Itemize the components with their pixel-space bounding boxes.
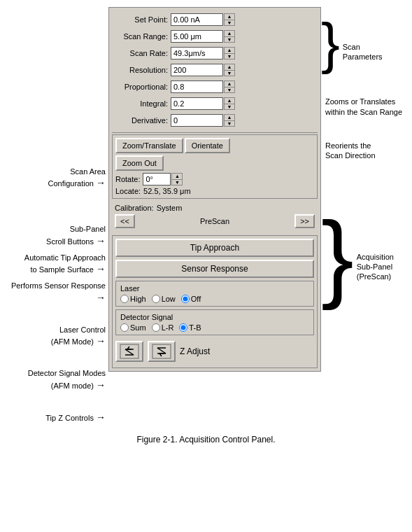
derivative-up[interactable]: ▲ bbox=[225, 115, 234, 121]
derivative-row: Derivative: ▲ ▼ bbox=[115, 113, 315, 128]
derivative-input-group: ▲ ▼ bbox=[171, 114, 235, 127]
z-up-icon bbox=[120, 344, 139, 359]
scan-rate-input[interactable] bbox=[171, 47, 223, 59]
laser-low-label: Low bbox=[162, 295, 176, 303]
integral-input-group: ▲ ▼ bbox=[171, 97, 235, 110]
detector-lr-label: L-R bbox=[162, 323, 174, 332]
divider-1 bbox=[112, 132, 318, 133]
scan-rate-spinner[interactable]: ▲ ▼ bbox=[224, 47, 235, 59]
detector-radio-row: Sum L-R T-B bbox=[120, 323, 309, 332]
sensor-response-button[interactable]: Sensor Response bbox=[115, 260, 314, 278]
rotate-label: Rotate: bbox=[115, 175, 143, 183]
detector-tb-item: T-B bbox=[179, 323, 201, 332]
scan-range-spinner[interactable]: ▲ ▼ bbox=[224, 30, 235, 43]
detector-tb-radio[interactable] bbox=[179, 323, 187, 332]
scan-rate-up[interactable]: ▲ bbox=[225, 48, 234, 54]
derivative-spinner[interactable]: ▲ ▼ bbox=[224, 114, 235, 127]
proportional-label: Proportional: bbox=[115, 83, 171, 91]
proportional-spinner[interactable]: ▲ ▼ bbox=[224, 80, 235, 93]
rotate-down[interactable]: ▼ bbox=[172, 180, 182, 186]
detector-title: Detector Signal bbox=[120, 313, 309, 321]
detector-sum-label: Sum bbox=[130, 323, 146, 332]
set-point-up[interactable]: ▲ bbox=[225, 14, 234, 20]
derivative-down[interactable]: ▼ bbox=[225, 121, 234, 127]
zoom-out-row: Zoom Out bbox=[115, 155, 314, 171]
zoom-translate-button[interactable]: Zoom/Translate bbox=[115, 138, 183, 153]
integral-down[interactable]: ▼ bbox=[225, 104, 234, 110]
detector-sum-radio[interactable] bbox=[120, 323, 129, 332]
locate-label: Locate: bbox=[115, 187, 143, 195]
scan-range-up[interactable]: ▲ bbox=[225, 31, 234, 37]
scan-params-annotation: } Scan Parameters bbox=[321, 21, 405, 66]
rotate-spinner[interactable]: ▲ ▼ bbox=[171, 173, 183, 186]
proportional-input[interactable] bbox=[171, 80, 223, 93]
scan-rate-down[interactable]: ▼ bbox=[225, 54, 234, 59]
resolution-input[interactable] bbox=[171, 64, 223, 76]
set-point-label: Set Point: bbox=[115, 15, 171, 24]
derivative-input[interactable] bbox=[171, 114, 223, 127]
laser-off-label: Off bbox=[191, 295, 201, 303]
zoom-out-button[interactable]: Zoom Out bbox=[115, 155, 164, 171]
scan-params-label: Scan Parameters bbox=[340, 21, 383, 62]
prescan-row: << PreScan >> bbox=[115, 214, 315, 228]
main-layout: Scan Area Configuration → Sub-Panel Scro… bbox=[7, 7, 405, 424]
set-point-input[interactable] bbox=[171, 13, 223, 26]
z-adjust-row: Z Adjust bbox=[115, 338, 314, 365]
proportional-input-group: ▲ ▼ bbox=[171, 80, 235, 93]
arrow-scan-area: → bbox=[96, 177, 106, 188]
detector-tb-label: T-B bbox=[189, 323, 201, 332]
set-point-down[interactable]: ▼ bbox=[225, 20, 234, 26]
proportional-down[interactable]: ▼ bbox=[225, 88, 234, 93]
laser-low-radio[interactable] bbox=[152, 295, 160, 303]
detector-modes-label: Detector Signal Modes (AFM mode) → bbox=[7, 368, 108, 391]
tip-approach-button[interactable]: Tip Approach bbox=[115, 239, 314, 257]
figure-caption-text: Figure 2-1. Acquisition Control Panel. bbox=[136, 435, 275, 444]
proportional-up[interactable]: ▲ bbox=[225, 81, 234, 88]
calibration-label: Calibration: bbox=[115, 204, 154, 212]
set-point-spinner[interactable]: ▲ ▼ bbox=[224, 13, 235, 26]
scan-rate-input-group: ▲ ▼ bbox=[171, 47, 235, 59]
resolution-spinner[interactable]: ▲ ▼ bbox=[224, 64, 235, 76]
arrow-tip-z: → bbox=[96, 412, 106, 423]
detector-lr-radio[interactable] bbox=[152, 323, 160, 332]
laser-high-radio[interactable] bbox=[120, 295, 129, 303]
resolution-input-group: ▲ ▼ bbox=[171, 64, 235, 76]
laser-section: Laser High Low Off bbox=[115, 281, 314, 307]
zooms-translates-annotation: Zooms or Translates within the Scan Rang… bbox=[321, 87, 405, 117]
sub-panel-scroll-label: Sub-Panel Scroll Buttons → bbox=[7, 224, 108, 246]
right-annotations: } Scan Parameters Zooms or Translates wi… bbox=[321, 7, 405, 295]
calibration-system: System bbox=[157, 204, 183, 212]
scan-range-down[interactable]: ▼ bbox=[225, 37, 234, 43]
acq-brace: } bbox=[321, 217, 354, 295]
z-down-button[interactable] bbox=[148, 341, 176, 362]
z-up-button[interactable] bbox=[115, 341, 143, 362]
integral-up[interactable]: ▲ bbox=[225, 98, 234, 104]
resolution-up[interactable]: ▲ bbox=[225, 64, 234, 71]
integral-input[interactable] bbox=[171, 97, 223, 110]
scan-rate-row: Scan Rate: ▲ ▼ bbox=[115, 46, 315, 61]
prev-button[interactable]: << bbox=[115, 214, 135, 228]
rotate-row: Rotate: ▲ ▼ bbox=[115, 173, 314, 186]
laser-high-label: High bbox=[130, 295, 146, 303]
resolution-row: Resolution: ▲ ▼ bbox=[115, 62, 315, 78]
integral-row: Integral: ▲ ▼ bbox=[115, 96, 315, 111]
detector-sum-item: Sum bbox=[120, 323, 146, 332]
zoom-orientate-row: Zoom/Translate Orientate bbox=[115, 138, 314, 153]
acq-subpanel-label: Acquisition Sub-Panel (PreScan) bbox=[354, 217, 405, 282]
rotate-up[interactable]: ▲ bbox=[172, 174, 182, 180]
resolution-down[interactable]: ▼ bbox=[225, 71, 234, 76]
laser-off-radio[interactable] bbox=[181, 295, 190, 303]
derivative-label: Derivative: bbox=[115, 116, 171, 125]
auto-tip-approach-label: Automatic Tip Approach to Sample Surface… bbox=[7, 253, 108, 275]
scan-range-input[interactable] bbox=[171, 30, 223, 43]
laser-low-item: Low bbox=[152, 295, 176, 303]
next-button[interactable]: >> bbox=[294, 214, 315, 228]
orientate-button[interactable]: Orientate bbox=[185, 138, 230, 153]
integral-spinner[interactable]: ▲ ▼ bbox=[224, 97, 235, 110]
tip-z-controls-label: Tip Z Controls → bbox=[7, 411, 108, 424]
rotate-input[interactable] bbox=[143, 173, 171, 186]
laser-title: Laser bbox=[120, 284, 309, 293]
calibration-section: Calibration: System << PreScan >> bbox=[112, 201, 318, 234]
arrow-sub-panel: → bbox=[96, 235, 106, 246]
reorients-label: Reorients the Scan Direction bbox=[325, 141, 376, 160]
